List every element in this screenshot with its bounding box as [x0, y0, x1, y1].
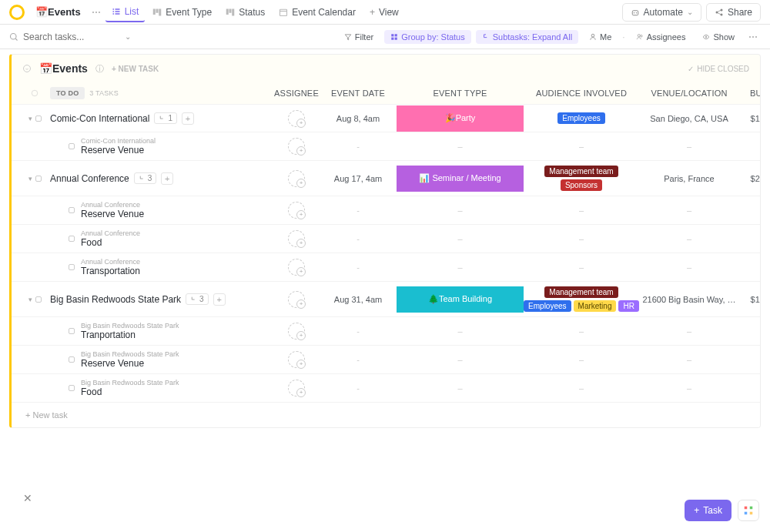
subtask-row[interactable]: Annual Conference Food - – – – –	[12, 224, 760, 253]
assignee-add-button[interactable]	[288, 138, 305, 155]
status-square-icon[interactable]	[69, 236, 75, 242]
status-square-icon[interactable]	[69, 356, 75, 363]
event-date[interactable]: -	[320, 206, 397, 215]
event-date[interactable]: Aug 8, 4am	[320, 114, 397, 123]
audience-tag[interactable]: Management team	[544, 286, 618, 298]
add-subtask-button[interactable]: +	[213, 293, 226, 306]
subtask-name[interactable]: Tranportation	[81, 330, 136, 340]
status-pill[interactable]: TO DO	[50, 87, 85, 99]
venue-cell[interactable]: –	[639, 263, 739, 272]
task-name[interactable]: Comic-Con International	[50, 113, 149, 124]
assignee-add-button[interactable]	[288, 259, 305, 276]
subtask-row[interactable]: Annual Conference Reserve Venue - – – – …	[12, 196, 760, 224]
new-task-row-button[interactable]: + New task	[12, 402, 760, 427]
venue-cell[interactable]: –	[639, 383, 739, 393]
audience-tags[interactable]: Employees	[524, 112, 639, 124]
collapse-group-icon[interactable]	[31, 89, 38, 97]
assignee-add-button[interactable]	[288, 323, 305, 340]
hide-closed-button[interactable]: ✓ HIDE CLOSED	[688, 65, 749, 73]
filter-button[interactable]: Filter	[338, 30, 380, 44]
budget-cell[interactable]: $150,000	[739, 295, 761, 304]
assignees-button[interactable]: Assignees	[630, 30, 692, 44]
col-type[interactable]: EVENT TYPE	[397, 89, 524, 98]
event-date[interactable]: -	[320, 234, 397, 243]
status-square-icon[interactable]	[69, 385, 75, 391]
assignee-add-button[interactable]	[288, 202, 305, 219]
col-date[interactable]: EVENT DATE	[320, 89, 397, 98]
search-input[interactable]	[23, 32, 100, 42]
event-type-cell[interactable]: 📊 Seminar / Meeting	[397, 166, 524, 192]
assignee-add-button[interactable]	[288, 230, 305, 247]
budget-cell[interactable]: –	[739, 263, 761, 272]
venue-cell[interactable]: –	[639, 206, 739, 215]
venue-cell[interactable]: San Diego, CA, USA	[639, 114, 739, 123]
budget-cell[interactable]: $100,000	[739, 114, 761, 123]
event-date[interactable]: -	[320, 383, 397, 393]
subtask-row[interactable]: Big Basin Redwoods State Park Reserve Ve…	[12, 345, 760, 373]
event-type-cell[interactable]: –	[397, 234, 524, 243]
budget-cell[interactable]: –	[739, 355, 761, 364]
subtask-row[interactable]: Big Basin Redwoods State Park Tranportat…	[12, 316, 760, 345]
event-date[interactable]: -	[320, 355, 397, 364]
subtask-count[interactable]: 3	[134, 172, 157, 184]
folder-menu-icon[interactable]: ⋯	[89, 7, 104, 18]
event-type-cell[interactable]: 🎉Party	[397, 105, 524, 132]
expand-icon[interactable]: ▾	[28, 115, 32, 122]
add-subtask-button[interactable]: +	[182, 112, 194, 125]
col-assignee[interactable]: ASSIGNEE	[273, 89, 320, 98]
venue-cell[interactable]: –	[639, 234, 739, 243]
audience-tag[interactable]: Marketing	[574, 300, 617, 312]
event-date[interactable]: Aug 17, 4am	[320, 174, 397, 183]
info-icon[interactable]: ⓘ	[95, 63, 104, 75]
subtask-row[interactable]: Annual Conference Transportation - – – –…	[12, 253, 760, 281]
status-square-icon[interactable]	[35, 115, 42, 122]
assignee-add-button[interactable]	[288, 110, 305, 127]
tab-status[interactable]: Status	[219, 3, 271, 22]
collapse-icon[interactable]	[22, 64, 32, 73]
add-subtask-button[interactable]: +	[161, 172, 173, 185]
budget-cell[interactable]: –	[739, 383, 761, 393]
search-box[interactable]	[9, 32, 117, 42]
subtask-row[interactable]: Big Basin Redwoods State Park Food - – –…	[12, 373, 760, 402]
status-square-icon[interactable]	[69, 328, 75, 334]
event-type-cell[interactable]: –	[397, 355, 524, 364]
audience-tags[interactable]: –	[524, 142, 639, 151]
status-square-icon[interactable]	[35, 176, 42, 182]
subtask-name[interactable]: Food	[81, 237, 102, 248]
tab-event-calendar[interactable]: Event Calendar	[273, 3, 362, 22]
subtask-name[interactable]: Reserve Venue	[81, 358, 144, 369]
task-name[interactable]: Big Basin Redwoods State Park	[50, 294, 181, 305]
event-type-cell[interactable]: 🌲Team Building	[397, 286, 524, 313]
tab-list[interactable]: List	[105, 2, 146, 22]
assignee-add-button[interactable]	[288, 291, 305, 308]
subtask-name[interactable]: Transportation	[81, 266, 140, 276]
audience-tag[interactable]: Sponsors	[561, 179, 602, 191]
search-dropdown-icon[interactable]: ⌄	[125, 32, 131, 41]
audience-tags[interactable]: –	[524, 263, 639, 272]
venue-cell[interactable]: 21600 Big Basin Way, …	[639, 295, 739, 304]
add-view-button[interactable]: + View	[363, 3, 405, 22]
subtask-name[interactable]: Food	[81, 386, 102, 397]
event-type-cell[interactable]: –	[397, 206, 524, 215]
status-square-icon[interactable]	[35, 296, 42, 303]
new-task-header-button[interactable]: + NEW TASK	[112, 65, 159, 73]
task-row[interactable]: ▾ Comic-Con International 1 + Aug 8, 4am…	[12, 104, 760, 132]
event-type-cell[interactable]: –	[397, 383, 524, 393]
event-type-cell[interactable]: –	[397, 142, 524, 151]
budget-cell[interactable]: –	[739, 326, 761, 336]
assignee-add-button[interactable]	[288, 170, 305, 187]
status-square-icon[interactable]	[69, 264, 75, 270]
tab-event-type[interactable]: Event Type	[146, 3, 218, 22]
status-square-icon[interactable]	[69, 207, 75, 213]
audience-tags[interactable]: Management teamEmployeesMarketingHR	[524, 286, 639, 312]
task-name[interactable]: Annual Conference	[50, 173, 129, 184]
subtasks-button[interactable]: Subtasks: Expand All	[476, 30, 578, 44]
audience-tags[interactable]: –	[524, 355, 639, 364]
audience-tag[interactable]: Employees	[557, 112, 604, 124]
audience-tag[interactable]: HR	[618, 300, 638, 312]
col-budget[interactable]: BUDGET	[739, 89, 761, 98]
event-date[interactable]: -	[320, 142, 397, 151]
group-by-button[interactable]: Group by: Status	[384, 30, 471, 44]
share-button[interactable]: Share	[706, 3, 761, 22]
task-row[interactable]: ▾ Annual Conference 3 + Aug 17, 4am 📊 Se…	[12, 160, 760, 196]
